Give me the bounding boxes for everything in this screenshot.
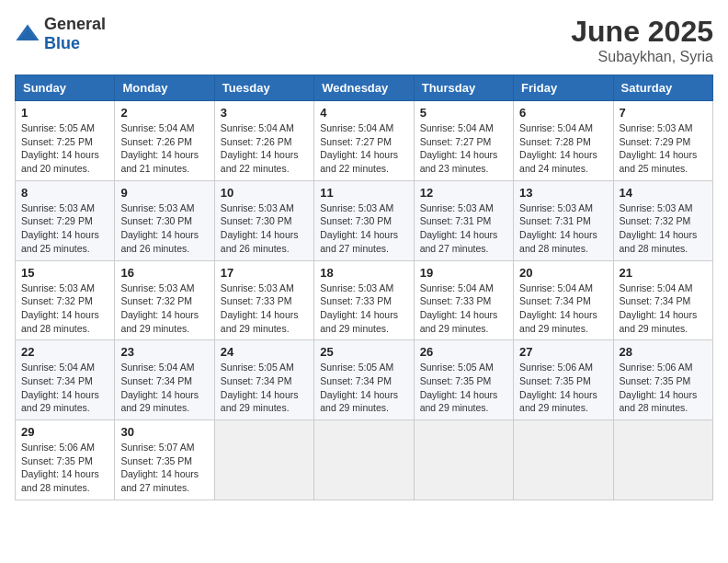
day-number: 16 — [120, 266, 208, 280]
calendar-day-cell: 30 Sunrise: 5:07 AMSunset: 7:35 PMDaylig… — [115, 420, 214, 500]
calendar-day-cell: 6 Sunrise: 5:04 AMSunset: 7:28 PMDayligh… — [514, 101, 613, 181]
calendar-day-cell: 17 Sunrise: 5:03 AMSunset: 7:33 PMDaylig… — [214, 260, 313, 340]
page-header: General Blue June 2025 Subaykhan, Syria — [15, 15, 713, 65]
calendar-week-row: 1 Sunrise: 5:05 AMSunset: 7:25 PMDayligh… — [16, 101, 713, 181]
weekday-header-saturday: Saturday — [613, 75, 712, 101]
day-number: 26 — [420, 345, 507, 359]
calendar-day-cell: 14 Sunrise: 5:03 AMSunset: 7:32 PMDaylig… — [613, 180, 712, 260]
day-info: Sunrise: 5:03 AMSunset: 7:32 PMDaylight:… — [21, 282, 108, 336]
day-number: 24 — [221, 345, 308, 359]
day-info: Sunrise: 5:03 AMSunset: 7:33 PMDaylight:… — [221, 282, 308, 336]
calendar-day-cell: 12 Sunrise: 5:03 AMSunset: 7:31 PMDaylig… — [414, 180, 513, 260]
day-info: Sunrise: 5:03 AMSunset: 7:29 PMDaylight:… — [620, 121, 707, 176]
day-number: 9 — [120, 186, 208, 200]
logo: General Blue — [15, 15, 106, 53]
day-number: 17 — [221, 266, 308, 280]
day-info: Sunrise: 5:04 AMSunset: 7:33 PMDaylight:… — [420, 282, 507, 336]
location-title: Subaykhan, Syria — [571, 49, 713, 65]
day-number: 13 — [519, 186, 607, 200]
day-number: 21 — [620, 266, 707, 280]
calendar-day-cell — [613, 420, 712, 500]
day-info: Sunrise: 5:05 AMSunset: 7:34 PMDaylight:… — [320, 361, 407, 415]
day-number: 10 — [221, 186, 308, 200]
calendar-day-cell: 8 Sunrise: 5:03 AMSunset: 7:29 PMDayligh… — [16, 180, 115, 260]
day-number: 22 — [21, 345, 108, 359]
day-info: Sunrise: 5:04 AMSunset: 7:26 PMDaylight:… — [120, 121, 208, 176]
day-number: 23 — [120, 345, 208, 359]
weekday-header-friday: Friday — [514, 75, 613, 101]
day-number: 18 — [320, 266, 407, 280]
calendar-day-cell: 2 Sunrise: 5:04 AMSunset: 7:26 PMDayligh… — [115, 101, 214, 181]
calendar-day-cell — [214, 420, 313, 500]
day-number: 25 — [320, 345, 407, 359]
day-info: Sunrise: 5:05 AMSunset: 7:35 PMDaylight:… — [420, 361, 507, 415]
weekday-header-tuesday: Tuesday — [214, 75, 313, 101]
calendar-day-cell: 13 Sunrise: 5:03 AMSunset: 7:31 PMDaylig… — [514, 180, 613, 260]
calendar-day-cell: 22 Sunrise: 5:04 AMSunset: 7:34 PMDaylig… — [16, 340, 115, 420]
day-info: Sunrise: 5:03 AMSunset: 7:31 PMDaylight:… — [420, 201, 507, 256]
calendar-day-cell: 29 Sunrise: 5:06 AMSunset: 7:35 PMDaylig… — [16, 420, 115, 500]
month-title: June 2025 — [571, 15, 713, 49]
calendar-week-row: 22 Sunrise: 5:04 AMSunset: 7:34 PMDaylig… — [16, 340, 713, 420]
calendar-day-cell: 25 Sunrise: 5:05 AMSunset: 7:34 PMDaylig… — [314, 340, 414, 420]
day-info: Sunrise: 5:03 AMSunset: 7:32 PMDaylight:… — [620, 201, 707, 256]
day-info: Sunrise: 5:03 AMSunset: 7:29 PMDaylight:… — [21, 201, 108, 256]
calendar-day-cell — [414, 420, 513, 500]
calendar-day-cell: 7 Sunrise: 5:03 AMSunset: 7:29 PMDayligh… — [613, 101, 712, 181]
day-info: Sunrise: 5:03 AMSunset: 7:33 PMDaylight:… — [320, 282, 407, 336]
day-info: Sunrise: 5:06 AMSunset: 7:35 PMDaylight:… — [620, 361, 707, 415]
calendar-week-row: 29 Sunrise: 5:06 AMSunset: 7:35 PMDaylig… — [16, 420, 713, 500]
day-number: 28 — [620, 345, 707, 359]
day-info: Sunrise: 5:06 AMSunset: 7:35 PMDaylight:… — [21, 441, 108, 495]
day-number: 19 — [420, 266, 507, 280]
day-number: 3 — [221, 106, 308, 120]
day-info: Sunrise: 5:04 AMSunset: 7:34 PMDaylight:… — [21, 361, 108, 415]
calendar-day-cell: 27 Sunrise: 5:06 AMSunset: 7:35 PMDaylig… — [514, 340, 613, 420]
day-info: Sunrise: 5:04 AMSunset: 7:26 PMDaylight:… — [221, 121, 308, 176]
day-info: Sunrise: 5:03 AMSunset: 7:30 PMDaylight:… — [320, 201, 407, 256]
day-number: 4 — [320, 106, 407, 120]
calendar-day-cell: 5 Sunrise: 5:04 AMSunset: 7:27 PMDayligh… — [414, 101, 513, 181]
day-info: Sunrise: 5:04 AMSunset: 7:34 PMDaylight:… — [120, 361, 208, 415]
weekday-header-monday: Monday — [115, 75, 214, 101]
calendar-day-cell — [314, 420, 414, 500]
calendar-day-cell: 16 Sunrise: 5:03 AMSunset: 7:32 PMDaylig… — [115, 260, 214, 340]
day-info: Sunrise: 5:04 AMSunset: 7:27 PMDaylight:… — [420, 121, 507, 176]
calendar-day-cell: 18 Sunrise: 5:03 AMSunset: 7:33 PMDaylig… — [314, 260, 414, 340]
calendar-day-cell: 20 Sunrise: 5:04 AMSunset: 7:34 PMDaylig… — [514, 260, 613, 340]
calendar-day-cell — [514, 420, 613, 500]
day-number: 14 — [620, 186, 707, 200]
day-info: Sunrise: 5:04 AMSunset: 7:27 PMDaylight:… — [320, 121, 407, 176]
day-info: Sunrise: 5:03 AMSunset: 7:30 PMDaylight:… — [120, 201, 208, 256]
weekday-header-sunday: Sunday — [16, 75, 115, 101]
calendar-day-cell: 10 Sunrise: 5:03 AMSunset: 7:30 PMDaylig… — [214, 180, 313, 260]
calendar-day-cell: 23 Sunrise: 5:04 AMSunset: 7:34 PMDaylig… — [115, 340, 214, 420]
day-info: Sunrise: 5:07 AMSunset: 7:35 PMDaylight:… — [120, 441, 208, 495]
day-info: Sunrise: 5:03 AMSunset: 7:32 PMDaylight:… — [120, 282, 208, 336]
calendar-day-cell: 11 Sunrise: 5:03 AMSunset: 7:30 PMDaylig… — [314, 180, 414, 260]
day-info: Sunrise: 5:04 AMSunset: 7:34 PMDaylight:… — [519, 282, 607, 336]
day-number: 27 — [519, 345, 607, 359]
day-number: 6 — [519, 106, 607, 120]
calendar-day-cell: 26 Sunrise: 5:05 AMSunset: 7:35 PMDaylig… — [414, 340, 513, 420]
day-info: Sunrise: 5:05 AMSunset: 7:34 PMDaylight:… — [221, 361, 308, 415]
day-info: Sunrise: 5:05 AMSunset: 7:25 PMDaylight:… — [21, 121, 108, 176]
calendar-day-cell: 1 Sunrise: 5:05 AMSunset: 7:25 PMDayligh… — [16, 101, 115, 181]
day-number: 8 — [21, 186, 108, 200]
day-number: 12 — [420, 186, 507, 200]
day-number: 5 — [420, 106, 507, 120]
calendar-table: SundayMondayTuesdayWednesdayThursdayFrid… — [15, 75, 713, 500]
day-number: 30 — [120, 425, 208, 439]
day-number: 15 — [21, 266, 108, 280]
calendar-week-row: 15 Sunrise: 5:03 AMSunset: 7:32 PMDaylig… — [16, 260, 713, 340]
day-info: Sunrise: 5:04 AMSunset: 7:28 PMDaylight:… — [519, 121, 607, 176]
calendar-day-cell: 9 Sunrise: 5:03 AMSunset: 7:30 PMDayligh… — [115, 180, 214, 260]
logo-text: General Blue — [44, 15, 106, 53]
calendar-header-row: SundayMondayTuesdayWednesdayThursdayFrid… — [16, 75, 713, 101]
day-number: 20 — [519, 266, 607, 280]
calendar-day-cell: 21 Sunrise: 5:04 AMSunset: 7:34 PMDaylig… — [613, 260, 712, 340]
calendar-day-cell: 3 Sunrise: 5:04 AMSunset: 7:26 PMDayligh… — [214, 101, 313, 181]
calendar-day-cell: 4 Sunrise: 5:04 AMSunset: 7:27 PMDayligh… — [314, 101, 414, 181]
calendar-day-cell: 24 Sunrise: 5:05 AMSunset: 7:34 PMDaylig… — [214, 340, 313, 420]
day-info: Sunrise: 5:04 AMSunset: 7:34 PMDaylight:… — [620, 282, 707, 336]
